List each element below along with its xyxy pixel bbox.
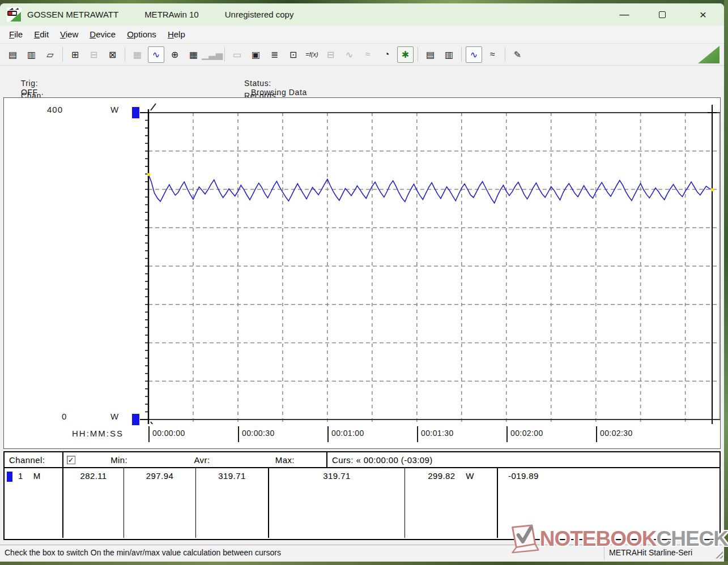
print-report-icon: ▥ bbox=[445, 49, 453, 60]
open-file-button[interactable]: ▱ bbox=[42, 46, 58, 63]
live-record-bug-button[interactable]: ✱ bbox=[397, 46, 414, 63]
x-tick-label: 00:00:00 bbox=[152, 429, 185, 438]
read-from-device-button[interactable]: ⊞ bbox=[67, 46, 83, 63]
avr-value-cell: 297.94 bbox=[124, 468, 196, 538]
import-data-icon: ▣ bbox=[252, 49, 260, 60]
single-wave-button: ∿ bbox=[341, 46, 357, 63]
x-tick-label: 00:01:30 bbox=[421, 429, 454, 438]
channel-mode: M bbox=[33, 471, 41, 481]
annotation-button[interactable]: ✎ bbox=[509, 46, 526, 63]
cursor2-unit: W bbox=[466, 471, 474, 481]
multimeter-display-button: ▦ bbox=[129, 46, 146, 63]
wave-train-icon: ≈ bbox=[365, 49, 371, 59]
menubar: FileEditViewDeviceOptionsHelp bbox=[0, 25, 724, 44]
device-memory-button[interactable]: ⊠ bbox=[104, 46, 121, 63]
min-value-cell: 282.11 bbox=[63, 468, 124, 538]
toolbar-separator bbox=[418, 47, 418, 62]
max-column-header: Max: bbox=[244, 455, 326, 465]
toolbar-separator bbox=[505, 47, 505, 62]
zoom-time-out-button[interactable]: ≈ bbox=[484, 46, 501, 63]
table-view-icon: ▦ bbox=[189, 49, 198, 60]
save-icon: ▥ bbox=[27, 49, 36, 60]
close-icon: × bbox=[700, 8, 706, 22]
save-button[interactable]: ▥ bbox=[23, 46, 40, 63]
read-from-device-icon: ⊞ bbox=[71, 49, 79, 60]
minimize-icon: — bbox=[620, 9, 629, 20]
x-tick-label: 00:00:30 bbox=[242, 429, 275, 438]
titlebar: GOSSEN METRAWATT METRAwin 10 Unregistere… bbox=[0, 3, 724, 25]
zoom-time-out-icon: ≈ bbox=[490, 49, 495, 59]
export-data-button: ▭ bbox=[229, 46, 245, 63]
menu-options[interactable]: Options bbox=[121, 27, 162, 41]
x-tick-label: 00:02:00 bbox=[510, 429, 543, 438]
channel-id-cell: 1 M bbox=[5, 468, 63, 538]
save-as-icon: ▤ bbox=[8, 49, 17, 60]
maximize-button[interactable] bbox=[649, 3, 675, 25]
x-axis-row: HH:MM:SS 00:00:0000:00:3000:01:0000:01:3… bbox=[4, 425, 720, 444]
metrawatt-triangle-logo bbox=[698, 46, 720, 63]
cursor2-value-cell: 299.82 W bbox=[405, 468, 498, 538]
live-record-bug-icon: ✱ bbox=[402, 49, 409, 60]
zoom-time-in-button[interactable]: ∿ bbox=[466, 46, 482, 63]
menu-view[interactable]: View bbox=[54, 27, 84, 41]
min-column-header: Min: bbox=[78, 455, 160, 465]
timer-clock-button[interactable]: ◔ bbox=[378, 46, 395, 63]
toolbar-separator bbox=[62, 47, 63, 62]
minavrmax-checkbox[interactable]: ✓ bbox=[67, 456, 75, 464]
cursor1-value-cell: 319.71 bbox=[269, 468, 405, 538]
desktop-background-bottom bbox=[0, 561, 728, 565]
metrawin-window: GOSSEN METRAWATT METRAwin 10 Unregistere… bbox=[0, 3, 724, 562]
x-axis-format-label: HH:MM:SS bbox=[72, 429, 124, 438]
acquisition-status-panel: Trig: OFF Chan: 123456789 Status: Browsi… bbox=[0, 66, 724, 97]
avr-column-header: Avr: bbox=[160, 455, 243, 465]
histogram-view-icon: ▁▃▅ bbox=[202, 49, 223, 60]
print-chart-icon: ▤ bbox=[426, 49, 435, 60]
x-tick-bar bbox=[596, 426, 597, 442]
resize-grip[interactable] bbox=[714, 550, 723, 559]
cursor-delta-cell: -019.89 bbox=[498, 468, 720, 538]
print-report-button[interactable]: ▥ bbox=[441, 46, 457, 63]
x-tick-label: 00:01:00 bbox=[331, 429, 364, 438]
device-monitor-button[interactable]: ⊡ bbox=[285, 46, 301, 63]
save-as-button[interactable]: ▤ bbox=[5, 46, 21, 63]
stats-column-header: ✓ Min: Avr: Max: bbox=[63, 452, 327, 467]
toolbar-separator bbox=[461, 47, 462, 62]
single-wave-icon: ∿ bbox=[346, 49, 353, 60]
statusbar-hint-text: Check the box to switch On the min/avr/m… bbox=[0, 548, 604, 557]
range-settings-icon: ⊟ bbox=[327, 49, 334, 60]
x-tick-bar bbox=[148, 426, 150, 442]
channel-settings-button[interactable]: ≣ bbox=[266, 46, 283, 63]
formula-button[interactable]: =f(x) bbox=[304, 46, 320, 63]
channel-number: 1 bbox=[18, 471, 23, 481]
yt-chart-view-button[interactable]: ∿ bbox=[148, 46, 164, 63]
menu-file[interactable]: File bbox=[3, 27, 28, 41]
range-settings-button: ⊟ bbox=[322, 46, 339, 63]
table-view-button[interactable]: ▦ bbox=[185, 46, 202, 63]
x-tick-label: 00:02:30 bbox=[600, 429, 633, 438]
xy-chart-view-button[interactable]: ⊕ bbox=[167, 46, 183, 63]
connected-device-label: METRAHit Starline-Seri bbox=[604, 548, 714, 557]
gossen-metrawatt-app-icon bbox=[7, 7, 22, 22]
table-header-row: Channel: ✓ Min: Avr: Max: Curs: « 00:00:… bbox=[5, 452, 720, 468]
close-button[interactable]: × bbox=[690, 3, 716, 25]
channel-statistics-table: Channel: ✓ Min: Avr: Max: Curs: « 00:00:… bbox=[3, 451, 721, 540]
yt-chart-view-icon: ∿ bbox=[152, 49, 160, 60]
minimize-button[interactable]: — bbox=[611, 3, 637, 25]
channel-column-header: Channel: bbox=[5, 452, 63, 467]
x-tick-bar bbox=[327, 426, 329, 442]
menu-help[interactable]: Help bbox=[162, 27, 191, 41]
x-tick-bar bbox=[417, 426, 418, 442]
open-file-icon: ▱ bbox=[46, 49, 53, 60]
x-tick-bar bbox=[506, 426, 508, 442]
toolbar-separator bbox=[125, 47, 125, 62]
wave-train-button: ≈ bbox=[360, 46, 376, 63]
import-data-button[interactable]: ▣ bbox=[248, 46, 264, 63]
menu-edit[interactable]: Edit bbox=[28, 27, 54, 41]
annotation-icon: ✎ bbox=[514, 49, 521, 60]
menu-device[interactable]: Device bbox=[84, 27, 121, 41]
channel1-color-swatch bbox=[7, 472, 12, 482]
desktop-background-right bbox=[724, 0, 728, 565]
license-status: Unregistered copy bbox=[225, 10, 294, 19]
print-chart-button[interactable]: ▤ bbox=[422, 46, 438, 63]
yt-chart-panel: 400 W 0 W HH:MM:SS 00:00:0000:00:3000:01… bbox=[3, 97, 721, 449]
